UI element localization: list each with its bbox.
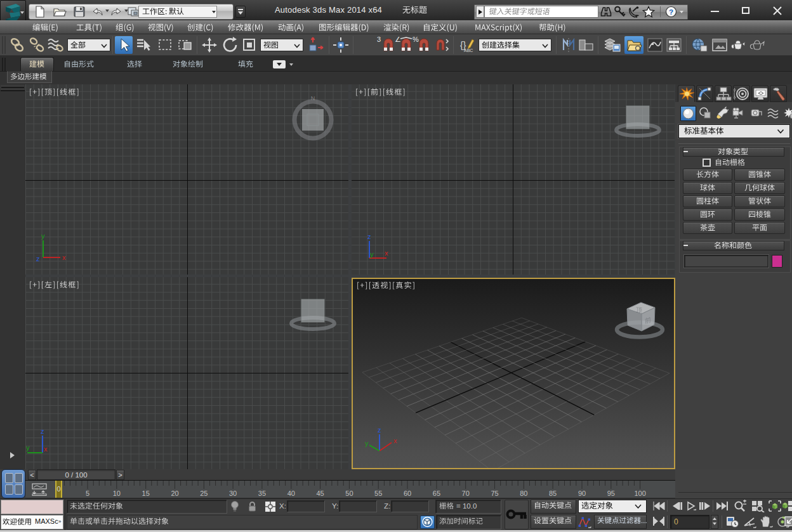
svg-text:50: 50 xyxy=(345,490,353,497)
svg-text:35: 35 xyxy=(258,490,266,497)
svg-text:25: 25 xyxy=(200,490,208,497)
svg-text:10: 10 xyxy=(113,490,121,497)
svg-text:70: 70 xyxy=(462,490,470,497)
svg-text:5: 5 xyxy=(86,490,89,497)
svg-text:75: 75 xyxy=(491,490,498,497)
svg-text:95: 95 xyxy=(607,490,615,497)
svg-text:40: 40 xyxy=(287,490,295,497)
svg-text:N: N xyxy=(311,95,315,101)
svg-text:90: 90 xyxy=(578,490,586,497)
svg-text:ABC: ABC xyxy=(464,48,473,53)
svg-text:?: ? xyxy=(669,8,673,16)
svg-text:85: 85 xyxy=(549,490,557,497)
svg-text:60: 60 xyxy=(404,490,411,497)
svg-text:65: 65 xyxy=(433,490,440,497)
svg-text:80: 80 xyxy=(520,490,527,497)
svg-text:55: 55 xyxy=(374,490,382,497)
svg-text:100: 100 xyxy=(634,490,645,497)
svg-text:45: 45 xyxy=(316,490,324,497)
svg-text:20: 20 xyxy=(171,490,178,497)
svg-text:15: 15 xyxy=(142,490,150,497)
svg-text:30: 30 xyxy=(229,490,237,497)
